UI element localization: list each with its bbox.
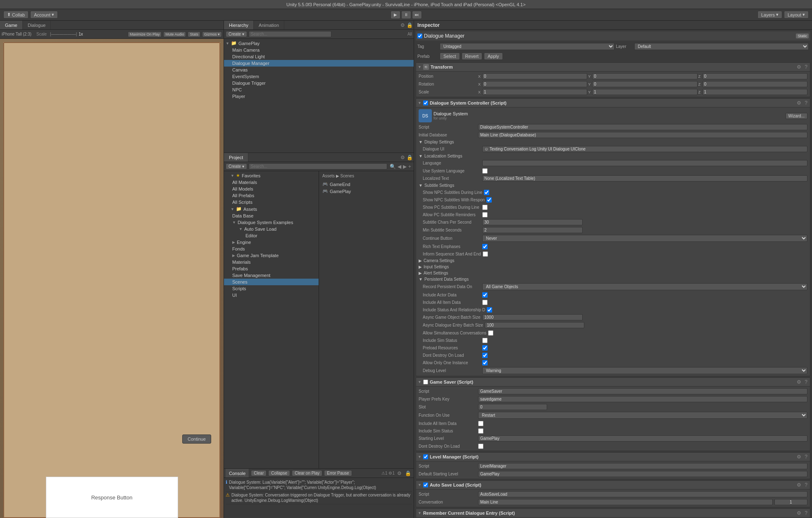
min-subtitle-seconds-input[interactable] xyxy=(482,227,583,233)
display-settings-header[interactable]: ▼ Display Settings xyxy=(416,139,810,145)
language-input[interactable] xyxy=(482,160,807,166)
level-manager-header[interactable]: ▼ Level Manager (Script) ⚙ ? xyxy=(416,453,810,461)
include-actor-checkbox[interactable] xyxy=(482,292,488,298)
step-button[interactable]: ⏭ xyxy=(412,11,422,19)
alert-settings-header[interactable]: ▶ Alert Settings xyxy=(416,270,810,276)
starting-level-input[interactable] xyxy=(478,435,807,442)
tab-project[interactable]: Project xyxy=(224,153,248,162)
rich-text-checkbox[interactable] xyxy=(482,244,488,249)
input-settings-header[interactable]: ▶ Input Settings xyxy=(416,264,810,270)
show-npc-response-checkbox[interactable] xyxy=(486,197,492,203)
prefab-select-button[interactable]: Select xyxy=(440,53,460,60)
function-on-use-select[interactable]: Restart xyxy=(478,412,807,419)
tab-game[interactable]: Game xyxy=(0,21,23,29)
allow-pc-reminder-checkbox[interactable] xyxy=(482,212,488,217)
tree-save-management[interactable]: Save Management xyxy=(224,272,319,279)
project-settings-button[interactable]: ⚙ xyxy=(400,155,406,160)
project-add-icon[interactable]: + xyxy=(407,164,412,169)
pause-button[interactable]: ⏸ xyxy=(401,11,411,19)
tab-hierarchy[interactable]: Hierarchy xyxy=(224,21,254,29)
favorites-all-scripts[interactable]: All Scripts xyxy=(224,199,319,205)
hierarchy-item-directional-light[interactable]: Directional Light xyxy=(224,53,414,60)
preload-resources-checkbox[interactable] xyxy=(482,345,488,351)
favorites-all-models[interactable]: All Models xyxy=(224,186,319,192)
favorites-group[interactable]: ▼ ★ Favorites xyxy=(224,172,319,179)
hierarchy-create-button[interactable]: Create ▾ xyxy=(226,31,247,37)
mute-audio-button[interactable]: Mute Audio xyxy=(163,31,186,37)
rotation-x[interactable] xyxy=(482,81,587,87)
tree-scripts[interactable]: Scripts xyxy=(224,285,319,292)
hierarchy-search-input[interactable] xyxy=(249,31,331,37)
game-saver-settings-button[interactable]: ⚙ xyxy=(796,379,802,385)
async-dialogue-input[interactable] xyxy=(485,322,584,328)
maximize-on-play-button[interactable]: Maximize On Play xyxy=(128,31,162,37)
hierarchy-item-eventsystem[interactable]: EventSystem xyxy=(224,73,414,80)
console-message-1[interactable]: ℹ Dialogue System: Lua(Variable["Alert"]… xyxy=(226,479,412,492)
project-search-icon[interactable]: 🔍 xyxy=(389,164,397,169)
console-settings-button[interactable]: ⚙ xyxy=(396,470,402,476)
layers-button[interactable]: Layers ▾ xyxy=(757,11,782,19)
console-collapse-button[interactable]: Collapse xyxy=(268,470,290,476)
use-system-language-checkbox[interactable] xyxy=(482,168,488,174)
default-starting-level-input[interactable] xyxy=(478,471,807,477)
debug-level-select[interactable]: Warning xyxy=(482,367,807,374)
hierarchy-settings-button[interactable]: ⚙ xyxy=(400,22,406,28)
localization-settings-header[interactable]: ▼ Localization Settings xyxy=(416,153,810,159)
wizard-button[interactable]: Wizard... xyxy=(786,113,807,119)
hierarchy-item-npc[interactable]: NPC xyxy=(224,86,414,93)
project-nav-forward[interactable]: ▶ xyxy=(402,164,407,169)
rotation-y[interactable] xyxy=(592,81,697,87)
hierarchy-item-dialogue-trigger[interactable]: Dialogue Trigger xyxy=(224,80,414,86)
hierarchy-lock-button[interactable]: 🔒 xyxy=(406,22,414,28)
game-saver-include-item-checkbox[interactable] xyxy=(478,421,483,426)
file-game-play[interactable]: 🎮 GamePlay xyxy=(321,188,412,195)
async-game-obj-input[interactable] xyxy=(482,314,583,320)
camera-settings-header[interactable]: ▶ Camera Settings xyxy=(416,258,810,264)
stats-button[interactable]: Stats xyxy=(188,31,200,37)
auto-save-load-enabled-checkbox[interactable] xyxy=(423,482,428,487)
project-nav-back[interactable]: ◀ xyxy=(397,164,402,169)
tab-animation[interactable]: Animation xyxy=(254,21,284,29)
inspector-content[interactable]: Dialogue Manager Static Tag Untagged Lay… xyxy=(414,30,812,518)
project-search-input[interactable] xyxy=(249,163,387,169)
tree-materials[interactable]: Materials xyxy=(224,259,319,265)
console-lock-button[interactable]: 🔒 xyxy=(404,470,412,476)
scale-y[interactable] xyxy=(592,89,697,95)
prefab-apply-button[interactable]: Apply xyxy=(484,53,503,60)
include-all-item-checkbox[interactable] xyxy=(482,300,488,305)
tree-game-jam[interactable]: ▶ Game Jam Template xyxy=(224,252,319,259)
level-manager-settings-button[interactable]: ⚙ xyxy=(796,454,802,460)
persistent-data-header[interactable]: ▼ Persistent Data Settings xyxy=(416,276,810,282)
subtitle-chars-input[interactable] xyxy=(482,219,583,225)
remember-dialogue-header[interactable]: ▼ Remember Current Dialogue Entry (Scrip… xyxy=(416,509,810,518)
dialogue-system-help-button[interactable]: ? xyxy=(804,100,808,106)
game-saver-header[interactable]: ▼ Game Saver (Script) ⚙ ? xyxy=(416,378,810,387)
allow-simultaneous-checkbox[interactable] xyxy=(488,330,493,336)
game-saver-help-button[interactable]: ? xyxy=(804,379,808,385)
record-persistent-select[interactable]: All Game Objects xyxy=(482,283,807,290)
include-sim-status-checkbox[interactable] xyxy=(482,338,488,343)
console-clear-button[interactable]: Clear xyxy=(251,470,267,476)
remember-dialogue-settings-button[interactable]: ⚙ xyxy=(796,510,802,516)
transform-settings-button[interactable]: ⚙ xyxy=(796,64,802,70)
tree-ui[interactable]: UI xyxy=(224,292,319,298)
layout-button[interactable]: Layout ▾ xyxy=(784,11,809,19)
tag-dropdown[interactable]: Untagged xyxy=(440,43,614,50)
dialogue-system-settings-button[interactable]: ⚙ xyxy=(796,100,802,106)
gizmos-button[interactable]: Gizmos ▾ xyxy=(202,31,222,37)
dialogue-system-enabled-checkbox[interactable] xyxy=(423,100,428,105)
tree-engine[interactable]: ▶ Engine xyxy=(224,239,319,246)
dont-destroy-on-load-checkbox[interactable] xyxy=(482,353,488,358)
show-pc-subtitles-checkbox[interactable] xyxy=(482,205,488,210)
level-manager-enabled-checkbox[interactable] xyxy=(423,454,428,459)
project-lock-button[interactable]: 🔒 xyxy=(406,155,414,160)
hierarchy-item-player[interactable]: Player xyxy=(224,93,414,100)
file-game-end[interactable]: 🎮 GameEnd xyxy=(321,181,412,188)
allow-only-one-checkbox[interactable] xyxy=(482,360,488,365)
player-prefs-input[interactable] xyxy=(478,396,807,402)
console-message-2[interactable]: ⚠ Dialogue System: Conversation triggere… xyxy=(226,492,412,504)
hierarchy-item-main-camera[interactable]: Main Camera xyxy=(224,47,414,53)
show-npc-subtitles-checkbox[interactable] xyxy=(484,190,489,195)
game-saver-include-sim-checkbox[interactable] xyxy=(478,428,483,434)
auto-save-load-settings-button[interactable]: ⚙ xyxy=(796,482,802,488)
